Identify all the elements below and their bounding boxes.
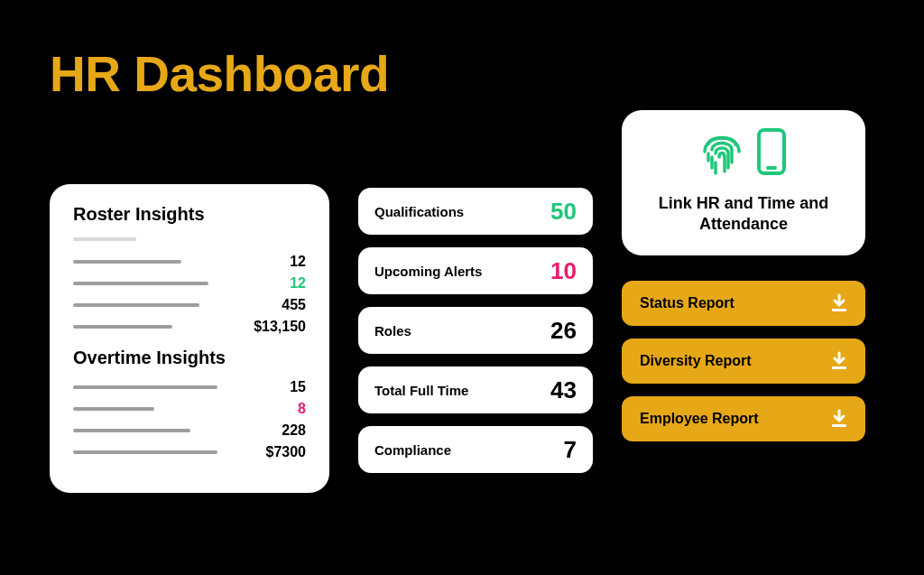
roster-row: 455 — [73, 297, 306, 313]
stat-label: Roles — [374, 323, 411, 339]
roster-row: 12 — [73, 254, 306, 270]
download-icon — [827, 407, 851, 431]
roster-value: $13,150 — [189, 319, 306, 335]
stat-roles[interactable]: Roles 26 — [358, 307, 593, 354]
insights-card: Roster Insights 12 12 455 $13,150 — [50, 184, 329, 493]
page-title: HR Dashboard — [50, 45, 874, 103]
overtime-value: 8 — [171, 401, 306, 417]
diversity-report-button[interactable]: Diversity Report — [622, 339, 865, 384]
link-hr-attendance-card[interactable]: Link HR and Time and Attendance — [622, 110, 865, 255]
roster-value: 12 — [225, 275, 306, 292]
stat-total-full-time[interactable]: Total Full Time 43 — [358, 366, 593, 413]
roster-heading: Roster Insights — [73, 204, 306, 225]
download-icon — [827, 349, 851, 373]
stat-label: Compliance — [374, 442, 451, 458]
stat-value: 50 — [550, 198, 577, 226]
stat-upcoming-alerts[interactable]: Upcoming Alerts 10 — [358, 247, 593, 294]
roster-value: 455 — [216, 297, 306, 313]
stat-label: Total Full Time — [374, 383, 468, 398]
fingerprint-icon — [699, 126, 744, 181]
stat-value: 43 — [550, 376, 577, 404]
stat-value: 7 — [564, 436, 577, 464]
placeholder-line — [73, 385, 217, 389]
placeholder-line — [73, 260, 181, 264]
stats-column: Qualifications 50 Upcoming Alerts 10 Rol… — [358, 188, 593, 473]
overtime-row: 228 — [73, 422, 306, 439]
placeholder-line — [73, 282, 208, 285]
stat-qualifications[interactable]: Qualifications 50 — [358, 188, 593, 235]
report-label: Employee Report — [640, 411, 759, 427]
placeholder-line — [73, 450, 217, 454]
placeholder-line — [73, 303, 199, 307]
overtime-value: $7300 — [234, 444, 306, 460]
overtime-row: $7300 — [73, 444, 306, 460]
employee-report-button[interactable]: Employee Report — [622, 396, 865, 441]
stat-label: Upcoming Alerts — [374, 264, 482, 279]
overtime-insights: Overtime Insights 15 8 228 $7300 — [73, 348, 306, 460]
placeholder-line — [73, 325, 172, 329]
placeholder-line — [73, 237, 136, 241]
svg-rect-3 — [832, 366, 846, 369]
phone-icon — [755, 126, 788, 181]
link-card-title: Link HR and Time and Attendance — [643, 193, 844, 236]
overtime-row: 15 — [73, 379, 306, 395]
overtime-row: 8 — [73, 401, 306, 417]
roster-row: 12 — [73, 275, 306, 292]
placeholder-line — [73, 429, 190, 432]
report-label: Diversity Report — [640, 353, 752, 369]
report-label: Status Report — [640, 295, 735, 311]
download-icon — [827, 292, 851, 315]
overtime-value: 228 — [207, 422, 306, 439]
svg-rect-2 — [832, 309, 846, 311]
stat-compliance[interactable]: Compliance 7 — [358, 426, 593, 473]
overtime-heading: Overtime Insights — [73, 348, 306, 368]
placeholder-line — [73, 407, 154, 411]
roster-value: 12 — [198, 254, 306, 270]
stat-value: 26 — [550, 317, 577, 345]
status-report-button[interactable]: Status Report — [622, 281, 865, 326]
stat-value: 10 — [550, 257, 577, 285]
roster-insights: Roster Insights 12 12 455 $13,150 — [73, 204, 306, 335]
stat-label: Qualifications — [374, 204, 464, 219]
overtime-value: 15 — [234, 379, 306, 395]
svg-rect-4 — [832, 424, 846, 427]
roster-row: $13,150 — [73, 319, 306, 335]
